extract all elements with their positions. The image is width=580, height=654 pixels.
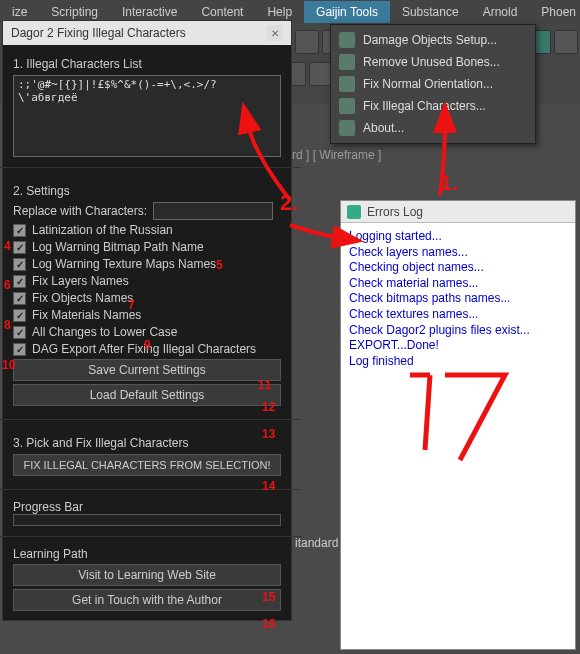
log-line: Check bitmaps paths names...: [349, 291, 567, 307]
visit-website-button[interactable]: Visit to Learning Web Site: [13, 564, 281, 586]
log-line: EXPORT...Done!: [349, 338, 567, 354]
checkbox[interactable]: [13, 292, 26, 305]
cb-label: Log Warning Texture Maps Names: [32, 257, 216, 271]
log-title-text: Errors Log: [367, 205, 423, 219]
fix-icon: [339, 98, 355, 114]
gear-icon: [339, 32, 355, 48]
log-titlebar[interactable]: Errors Log: [341, 201, 575, 223]
log-line: Check textures names...: [349, 307, 567, 323]
save-settings-button[interactable]: Save Current Settings: [13, 359, 281, 381]
fix-illegal-dialog: Dagor 2 Fixing Illegal Characters ✕ 1. I…: [2, 20, 292, 621]
toolbar-icon[interactable]: [554, 30, 578, 54]
cb-label: All Changes to Lower Case: [32, 325, 177, 339]
annotation-1: 1.: [440, 170, 458, 196]
bone-icon: [339, 54, 355, 70]
menu-label: Fix Illegal Characters...: [363, 99, 486, 113]
cb-label: Latinization of the Russian: [32, 223, 173, 237]
checkbox[interactable]: [13, 241, 26, 254]
menu-label: Fix Normal Orientation...: [363, 77, 493, 91]
learning-label: Learning Path: [13, 547, 281, 561]
dialog-title-text: Dagor 2 Fixing Illegal Characters: [11, 26, 186, 40]
menu-label: About...: [363, 121, 404, 135]
checkbox[interactable]: [13, 258, 26, 271]
log-body: Logging started... Check layers names...…: [341, 223, 575, 375]
cb-label: Fix Layers Names: [32, 274, 129, 288]
replace-input[interactable]: [153, 202, 273, 220]
checkbox[interactable]: [13, 326, 26, 339]
menu-label: Damage Objects Setup...: [363, 33, 497, 47]
checkbox[interactable]: [13, 343, 26, 356]
progress-bar: [13, 514, 281, 526]
cb-label: Log Warning Bitmap Path Name: [32, 240, 204, 254]
menu-remove-bones[interactable]: Remove Unused Bones...: [331, 51, 535, 73]
section-header: 2. Settings: [13, 184, 281, 198]
normal-icon: [339, 76, 355, 92]
log-icon: [347, 205, 361, 219]
log-line: Checking object names...: [349, 260, 567, 276]
checkbox[interactable]: [13, 275, 26, 288]
log-line: Check layers names...: [349, 245, 567, 261]
gaijin-tools-dropdown: Damage Objects Setup... Remove Unused Bo…: [330, 24, 536, 144]
errors-log-window: Errors Log Logging started... Check laye…: [340, 200, 576, 650]
cb-label: DAG Export After Fixing Illegal Characte…: [32, 342, 256, 356]
close-icon[interactable]: ✕: [267, 25, 283, 41]
progress-label: Progress Bar: [13, 500, 281, 514]
section-header: 3. Pick and Fix Illegal Characters: [13, 436, 281, 450]
menu-item[interactable]: Phoen: [529, 1, 580, 23]
illegal-chars-input[interactable]: :;'@#~[{}]|!£$%^&*()-=+\,<.>/?\'абвгдеё: [13, 75, 281, 157]
log-line: Check material names...: [349, 276, 567, 292]
viewport-label: rd ] [ Wireframe ]: [292, 148, 381, 162]
menu-about[interactable]: About...: [331, 117, 535, 139]
fix-from-selection-button[interactable]: FIX ILLEGAL CHARACTERS FROM SELECTION!: [13, 454, 281, 476]
toolbar-icon[interactable]: [295, 30, 319, 54]
section-header: 1. Illegal Characters List: [13, 57, 281, 71]
cb-label: Fix Materials Names: [32, 308, 141, 322]
menu-item-gaijin-tools[interactable]: Gaijin Tools: [304, 1, 390, 23]
menu-damage-objects[interactable]: Damage Objects Setup...: [331, 29, 535, 51]
contact-author-button[interactable]: Get in Touch with the Author: [13, 589, 281, 611]
info-icon: [339, 120, 355, 136]
dialog-titlebar[interactable]: Dagor 2 Fixing Illegal Characters ✕: [3, 21, 291, 45]
log-line: Logging started...: [349, 229, 567, 245]
menu-item[interactable]: Arnold: [471, 1, 530, 23]
menu-label: Remove Unused Bones...: [363, 55, 500, 69]
menu-item[interactable]: Substance: [390, 1, 471, 23]
replace-label: Replace with Characters:: [13, 204, 147, 218]
checkbox[interactable]: [13, 309, 26, 322]
log-line: Log finished: [349, 354, 567, 370]
menu-fix-illegal[interactable]: Fix Illegal Characters...: [331, 95, 535, 117]
menu-fix-normal[interactable]: Fix Normal Orientation...: [331, 73, 535, 95]
cb-label: Fix Objects Names: [32, 291, 133, 305]
checkbox[interactable]: [13, 224, 26, 237]
viewport-label: itandard ]: [295, 536, 345, 550]
load-defaults-button[interactable]: Load Default Settings: [13, 384, 281, 406]
log-line: Check Dagor2 plugins files exist...: [349, 323, 567, 339]
